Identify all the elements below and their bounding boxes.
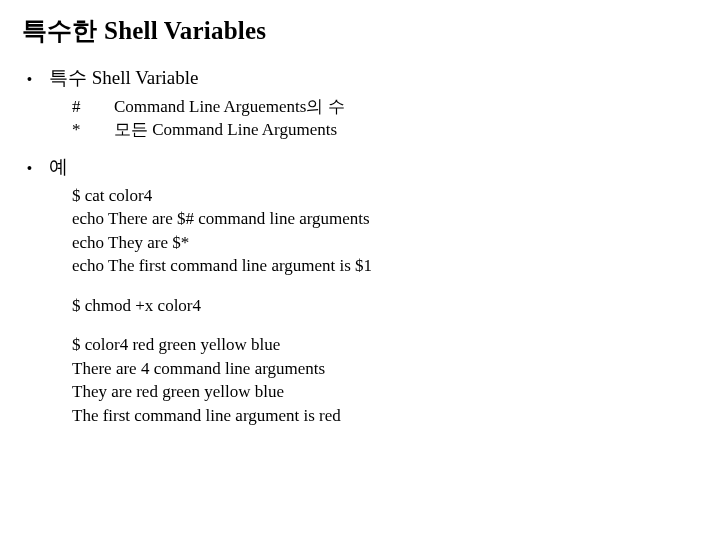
code-line: $ color4 red green yellow blue [72, 333, 698, 356]
def-symbol: # [72, 95, 114, 119]
code-line: They are red green yellow blue [72, 380, 698, 403]
slide: 특수한 Shell Variables • 특수 Shell Variable … [0, 0, 720, 427]
bullet-marker: • [27, 159, 49, 178]
code-line: echo The first command line argument is … [72, 254, 698, 277]
variable-definitions: # Command Line Arguements의 수 * 모든 Comman… [72, 95, 698, 143]
def-row: * 모든 Command Line Arguments [72, 118, 698, 142]
code-line: echo There are $# command line arguments [72, 207, 698, 230]
bullet-label: 특수 Shell Variable [49, 65, 199, 91]
def-desc: Command Line Arguements의 수 [114, 95, 345, 119]
bullet-label: 예 [49, 154, 68, 180]
example-code: $ cat color4 echo There are $# command l… [72, 184, 698, 427]
bullet-item: • 예 [27, 154, 698, 180]
code-group: $ cat color4 echo There are $# command l… [72, 184, 698, 278]
def-desc: 모든 Command Line Arguments [114, 118, 337, 142]
code-line: $ cat color4 [72, 184, 698, 207]
slide-title: 특수한 Shell Variables [22, 14, 698, 47]
def-symbol: * [72, 118, 114, 142]
bullet-marker: • [27, 70, 49, 89]
code-line: There are 4 command line arguments [72, 357, 698, 380]
code-line: echo They are $* [72, 231, 698, 254]
bullet-item: • 특수 Shell Variable [27, 65, 698, 91]
code-group: $ chmod +x color4 [72, 294, 698, 317]
code-line: $ chmod +x color4 [72, 294, 698, 317]
slide-body: • 특수 Shell Variable # Command Line Argue… [22, 65, 698, 427]
def-row: # Command Line Arguements의 수 [72, 95, 698, 119]
code-group: $ color4 red green yellow blue There are… [72, 333, 698, 427]
code-line: The first command line argument is red [72, 404, 698, 427]
